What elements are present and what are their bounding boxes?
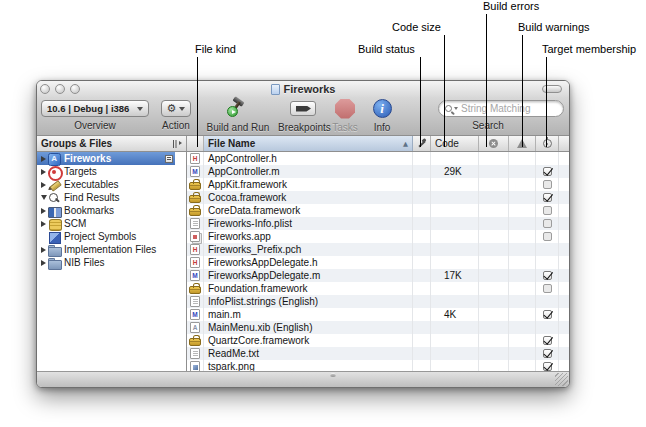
- target-checkbox[interactable]: [543, 232, 552, 241]
- disclosure-triangle-icon[interactable]: [39, 156, 48, 162]
- build-and-run-button[interactable]: Build and Run: [203, 98, 273, 133]
- search-menu-arrow-icon[interactable]: [454, 107, 458, 110]
- disclosure-triangle-icon[interactable]: [39, 260, 48, 266]
- target-checkbox[interactable]: [543, 180, 552, 189]
- annotation-build-warnings: Build warnings: [518, 21, 590, 33]
- sidebar-item[interactable]: Fireworks: [37, 152, 186, 165]
- framework-file-icon: [189, 182, 201, 190]
- target-checkbox[interactable]: [543, 206, 552, 215]
- sidebar-item-label: Project Symbols: [64, 231, 136, 242]
- detail-badge-icon: [165, 155, 173, 163]
- sidebar-item[interactable]: Implementation Files: [37, 243, 186, 256]
- build-warnings-cell: [509, 308, 536, 321]
- target-checkbox[interactable]: [543, 336, 552, 345]
- target-checkbox[interactable]: [543, 310, 552, 319]
- disclosure-triangle-icon[interactable]: [39, 195, 48, 200]
- disclosure-triangle-icon[interactable]: [39, 169, 48, 175]
- file-kind-column-header[interactable]: [187, 136, 204, 151]
- run-play-badge-icon: [227, 106, 238, 117]
- table-row[interactable]: FireworksAppDelegate.h: [187, 256, 569, 269]
- table-row[interactable]: MainMenu.xib (English): [187, 321, 569, 334]
- sidebar-item[interactable]: Bookmarks: [37, 204, 186, 217]
- resize-grip[interactable]: [555, 373, 568, 386]
- file-kind-cell: [187, 217, 204, 230]
- table-row[interactable]: FireworksAppDelegate.m 17K: [187, 269, 569, 282]
- sidebar-item-label: Find Results: [64, 192, 120, 203]
- target-membership-cell: [536, 256, 559, 269]
- build-status-column-header[interactable]: [413, 136, 431, 151]
- file-kind-cell: [187, 243, 204, 256]
- minimize-button[interactable]: [55, 84, 65, 94]
- table-row[interactable]: Fireworks_Prefix.pch: [187, 243, 569, 256]
- table-row[interactable]: AppController.m 29K: [187, 165, 569, 178]
- table-row[interactable]: tspark.png: [187, 360, 569, 371]
- breakpoints-button[interactable]: Breakpoints: [278, 98, 328, 133]
- target-checkbox[interactable]: [543, 271, 552, 280]
- table-row[interactable]: Fireworks.app: [187, 230, 569, 243]
- sidebar-item[interactable]: Find Results: [37, 191, 186, 204]
- toolbar-toggle-pill[interactable]: [542, 85, 562, 93]
- build-warnings-cell: [509, 178, 536, 191]
- overview-popup[interactable]: 10.6 | Debug | i386: [41, 100, 149, 117]
- xib-file-icon: [190, 322, 200, 333]
- column-splitter-icon[interactable]: [172, 139, 182, 148]
- target-membership-cell: [536, 178, 559, 191]
- table-row[interactable]: Fireworks-Info.plist: [187, 217, 569, 230]
- build-warnings-cell: [509, 282, 536, 295]
- file-name-cell: QuartzCore.framework: [204, 334, 413, 347]
- close-button[interactable]: [40, 84, 50, 94]
- table-row[interactable]: InfoPlist.strings (English): [187, 295, 569, 308]
- target-checkbox[interactable]: [543, 284, 552, 293]
- column-headers: Groups & Files File Name ▲ Code: [37, 136, 569, 152]
- table-row[interactable]: AppController.h: [187, 152, 569, 165]
- search-input[interactable]: [461, 103, 556, 114]
- target-membership-column-header[interactable]: [536, 136, 559, 151]
- sidebar-item-label: Implementation Files: [64, 244, 156, 255]
- sidebar-item[interactable]: Executables: [37, 178, 186, 191]
- zoom-button[interactable]: [70, 84, 80, 94]
- build-errors-column-header[interactable]: [479, 136, 509, 151]
- table-row[interactable]: Cocoa.framework: [187, 191, 569, 204]
- m-file-icon: [190, 270, 200, 281]
- target-checkbox[interactable]: [543, 362, 552, 371]
- file-name-cell: AppController.m: [204, 165, 413, 178]
- build-status-cell: [413, 243, 431, 256]
- code-size-column-header[interactable]: Code: [431, 136, 479, 151]
- target-checkbox[interactable]: [543, 167, 552, 176]
- disclosure-triangle-icon[interactable]: [39, 247, 48, 253]
- target-checkbox[interactable]: [543, 193, 552, 202]
- pane-splitter-handle[interactable]: [330, 373, 336, 377]
- table-row[interactable]: Foundation.framework: [187, 282, 569, 295]
- disclosure-triangle-icon[interactable]: [39, 208, 48, 214]
- disclosure-triangle-icon[interactable]: [39, 221, 48, 227]
- sidebar-item[interactable]: NIB Files: [37, 256, 186, 269]
- info-button[interactable]: Info: [366, 98, 398, 133]
- target-checkbox[interactable]: [543, 219, 552, 228]
- action-button[interactable]: ⚙: [161, 100, 191, 117]
- build-status-cell: [413, 204, 431, 217]
- sidebar-item[interactable]: SCM: [37, 217, 186, 230]
- sidebar-item[interactable]: Targets: [37, 165, 186, 178]
- build-errors-cell: [479, 178, 509, 191]
- scrollbar-track: [559, 243, 569, 256]
- table-row[interactable]: main.m 4K: [187, 308, 569, 321]
- build-errors-cell: [479, 321, 509, 334]
- figure: File kind Build status Code size Build e…: [0, 0, 646, 427]
- target-checkbox[interactable]: [543, 349, 552, 358]
- sidebar-item[interactable]: Project Symbols: [37, 230, 186, 243]
- table-row[interactable]: AppKit.framework: [187, 178, 569, 191]
- scrollbar-track: [559, 204, 569, 217]
- info-label: Info: [366, 122, 398, 133]
- title-bar[interactable]: Fireworks: [37, 81, 569, 97]
- table-row[interactable]: ReadMe.txt: [187, 347, 569, 360]
- groups-and-files-header[interactable]: Groups & Files: [37, 136, 187, 151]
- target-membership-cell: [536, 334, 559, 347]
- file-name-column-header[interactable]: File Name ▲: [204, 136, 413, 151]
- scrollbar-track: [559, 282, 569, 295]
- table-row[interactable]: CoreData.framework: [187, 204, 569, 217]
- search-icon: [445, 105, 452, 112]
- table-row[interactable]: QuartzCore.framework: [187, 334, 569, 347]
- app-file-icon: [190, 231, 200, 242]
- tasks-button[interactable]: Tasks: [329, 98, 361, 133]
- disclosure-triangle-icon[interactable]: [39, 182, 48, 188]
